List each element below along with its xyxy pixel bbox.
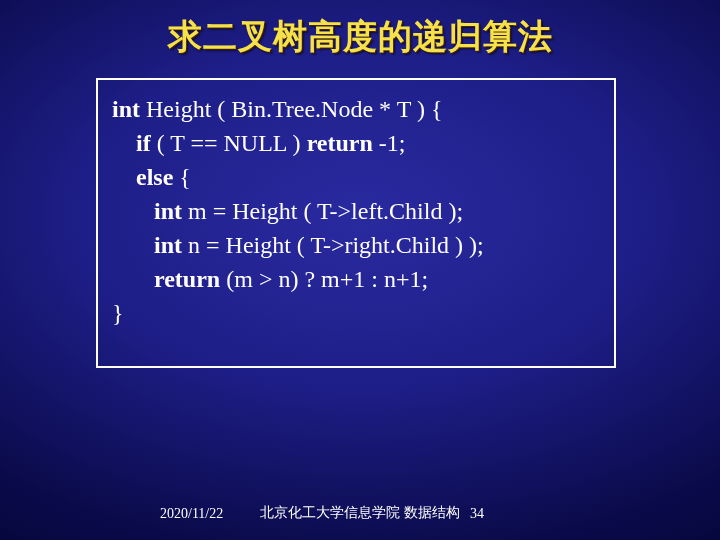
code-l7: } (112, 300, 124, 326)
code-l3b: { (173, 164, 191, 190)
kw-int-1: int (112, 96, 140, 122)
kw-else: else (136, 164, 173, 190)
code-l2d: -1; (373, 130, 406, 156)
kw-return-1: return (307, 130, 373, 156)
code-l6b: (m > n) ? m+1 : n+1; (220, 266, 428, 292)
footer-pagenum: 34 (470, 506, 484, 522)
code-l1b: Height ( Bin.Tree.Node * T ) { (140, 96, 442, 122)
code-l4b: m = Height ( T->left.Child ); (182, 198, 463, 224)
footer-org: 北京化工大学信息学院 数据结构 (260, 504, 460, 522)
slide-title: 求二叉树高度的递归算法 (0, 14, 720, 60)
kw-return-2: return (154, 266, 220, 292)
code-box: int Height ( Bin.Tree.Node * T ) { if ( … (96, 78, 616, 368)
kw-if: if (136, 130, 151, 156)
code-l5b: n = Height ( T->right.Child ) ); (182, 232, 484, 258)
footer-date: 2020/11/22 (160, 506, 223, 522)
code-l2b: ( T == NULL ) (151, 130, 307, 156)
slide: 求二叉树高度的递归算法 int Height ( Bin.Tree.Node *… (0, 0, 720, 540)
kw-int-2: int (154, 198, 182, 224)
kw-int-3: int (154, 232, 182, 258)
